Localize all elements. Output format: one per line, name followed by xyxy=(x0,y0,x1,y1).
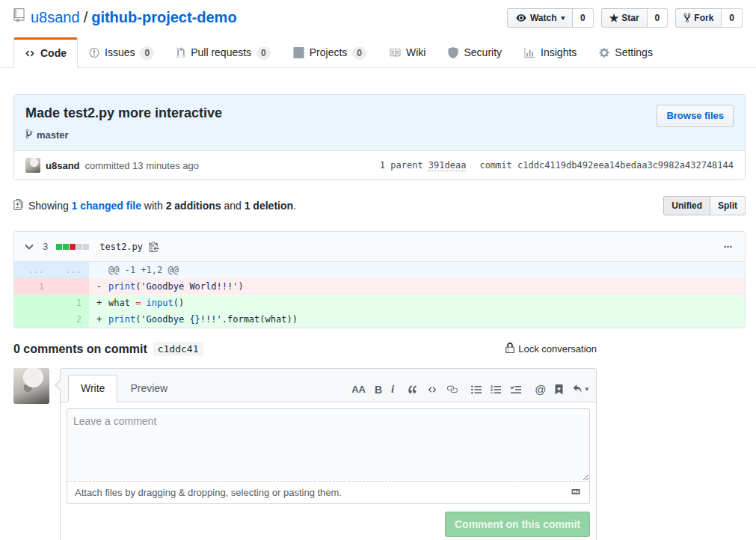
star-label: Star xyxy=(621,11,639,25)
link-icon[interactable] xyxy=(446,384,458,395)
lock-conversation-button[interactable]: Lock conversation xyxy=(505,343,597,356)
file-attach-area[interactable]: Attach files by dragging & dropping, sel… xyxy=(67,482,590,504)
italic-icon[interactable]: i xyxy=(391,384,394,395)
tab-projects[interactable]: Projects 0 xyxy=(282,37,378,68)
watch-button[interactable]: Watch ▾ xyxy=(507,8,573,28)
chevron-down-icon[interactable] xyxy=(25,244,34,250)
browse-files-button[interactable]: Browse files xyxy=(657,105,734,127)
comment-input[interactable] xyxy=(67,408,590,482)
tab-pull-requests[interactable]: Pull requests 0 xyxy=(165,37,282,68)
attach-hint-text: Attach files by dragging & dropping, sel… xyxy=(75,487,342,498)
git-branch-icon xyxy=(25,129,33,141)
repo-icon xyxy=(13,7,25,27)
diff-code-cell: -print('Goodbye World!!!') xyxy=(89,278,745,295)
diffstat-blocks xyxy=(55,244,89,250)
text-size-icon[interactable]: AA xyxy=(351,384,366,394)
tab-code[interactable]: Code xyxy=(13,37,78,68)
task-list-icon[interactable] xyxy=(510,385,521,394)
diff-code-cell: +what = input() xyxy=(89,295,745,311)
file-name-link[interactable]: test2.py xyxy=(99,242,143,252)
tab-settings[interactable]: Settings xyxy=(588,37,664,68)
diff-summary: Showing 1 changed file with 2 additions … xyxy=(13,199,296,212)
repo-tabnav: Code Issues 0 Pull requests 0 Projects 0… xyxy=(0,37,756,68)
code-icon xyxy=(25,49,35,58)
eye-icon xyxy=(515,13,527,22)
star-group: ★ Star 0 xyxy=(601,8,669,28)
graph-icon xyxy=(524,48,535,58)
watch-group: Watch ▾ 0 xyxy=(507,8,594,28)
repo-name-link[interactable]: github-project-demo xyxy=(91,7,236,27)
pull-requests-counter: 0 xyxy=(256,46,271,60)
project-icon xyxy=(293,47,304,58)
saved-replies-icon[interactable] xyxy=(555,384,563,395)
diff-icon xyxy=(13,199,23,212)
diff-code-cell: +print('Goodbye {}!!!'.format(what)) xyxy=(89,311,745,328)
tab-insights[interactable]: Insights xyxy=(513,37,588,68)
book-icon xyxy=(389,47,401,58)
commit-title: Made test2.py more interactive xyxy=(25,104,621,123)
tab-write[interactable]: Write xyxy=(68,375,117,402)
repo-owner-link[interactable]: u8sand xyxy=(31,7,80,27)
tab-issues[interactable]: Issues 0 xyxy=(78,37,165,68)
bold-icon[interactable]: B xyxy=(375,384,382,395)
reply-icon[interactable]: ▾ xyxy=(572,384,588,394)
repo-separator: / xyxy=(84,7,88,27)
additions-count: 2 additions xyxy=(166,200,221,212)
fork-count[interactable]: 0 xyxy=(722,8,743,28)
line-number-cell[interactable]: 1 xyxy=(14,278,52,295)
comment-submit-button[interactable]: Comment on this commit xyxy=(445,512,590,537)
diff-line-hunk: ......@@ -1 +1,2 @@ xyxy=(14,262,745,278)
expand-hunk-cell[interactable]: ... xyxy=(14,262,52,278)
tab-wiki[interactable]: Wiki xyxy=(378,37,437,68)
deletions-count: 1 deletion xyxy=(245,200,293,212)
fork-label: Fork xyxy=(694,11,713,25)
parent-sha-block: 1 parent 391deaa xyxy=(380,160,467,171)
diffstat-square-add xyxy=(63,244,69,250)
repo-forked-icon xyxy=(683,13,691,23)
code-format-icon[interactable] xyxy=(427,385,437,394)
tab-security[interactable]: Security xyxy=(437,37,513,68)
diff-file: 3 test2.py ......@@ -1 +1,2 @@1-print('G… xyxy=(13,231,746,328)
author-avatar[interactable] xyxy=(25,158,40,173)
commit-sha: c1ddc4119db492eea14bedaa3c9982a432748144 xyxy=(517,160,734,171)
diffstat-square-neutral xyxy=(83,244,89,250)
expand-hunk-cell[interactable]: ... xyxy=(52,262,89,278)
git-pull-request-icon xyxy=(176,47,185,58)
current-user-avatar xyxy=(13,368,49,404)
commit-sha-block: commit c1ddc4119db492eea14bedaa3c9982a43… xyxy=(479,160,734,171)
reply-caret-icon: ▾ xyxy=(585,386,588,393)
tab-preview[interactable]: Preview xyxy=(117,375,180,402)
issues-counter: 0 xyxy=(140,46,154,60)
parent-sha-link[interactable]: 391deaa xyxy=(428,160,467,171)
diff-table-body: ......@@ -1 +1,2 @@1-print('Goodbye Worl… xyxy=(14,262,745,328)
issue-opened-icon xyxy=(89,47,99,58)
unified-button[interactable]: Unified xyxy=(663,196,710,215)
star-count[interactable]: 0 xyxy=(648,8,669,28)
diff-view-toggle: Unified Split xyxy=(663,196,746,215)
line-number-cell xyxy=(14,295,52,311)
diff-line-del: 1-print('Goodbye World!!!') xyxy=(14,278,745,295)
fork-button[interactable]: Fork xyxy=(675,8,722,28)
gear-icon xyxy=(599,47,609,58)
kebab-menu-icon[interactable] xyxy=(719,239,737,254)
lock-icon xyxy=(505,343,514,356)
watch-count[interactable]: 0 xyxy=(573,8,594,28)
branch-name[interactable]: master xyxy=(37,129,69,141)
diff-line-add: 2+print('Goodbye {}!!!'.format(what)) xyxy=(14,311,745,328)
changed-files-link[interactable]: 1 changed file xyxy=(72,200,141,212)
ordered-list-icon[interactable] xyxy=(491,385,501,394)
split-button[interactable]: Split xyxy=(710,196,746,215)
unordered-list-icon[interactable] xyxy=(471,385,482,394)
line-number-cell[interactable]: 2 xyxy=(52,311,89,328)
repo-social-actions: Watch ▾ 0 ★ Star 0 Fork 0 xyxy=(507,8,743,28)
quote-icon[interactable] xyxy=(408,384,418,394)
line-number-cell[interactable]: 1 xyxy=(52,295,89,311)
copy-path-icon[interactable] xyxy=(149,241,159,252)
star-button[interactable]: ★ Star xyxy=(601,8,648,28)
diffstat-square-del xyxy=(70,244,76,250)
author-link[interactable]: u8sand xyxy=(46,160,80,171)
shield-icon xyxy=(448,47,458,58)
mention-icon[interactable]: @ xyxy=(535,384,546,395)
markdown-icon xyxy=(570,487,582,498)
diff-file-header: 3 test2.py xyxy=(14,232,745,262)
